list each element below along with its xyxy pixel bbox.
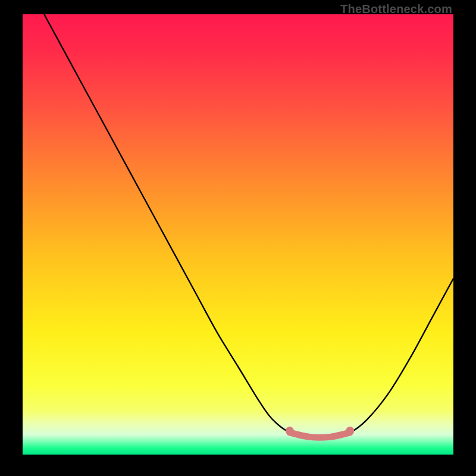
optimal-range-end-dot [346,427,354,435]
optimal-range-start-dot [286,427,294,435]
chart-curve-layer [23,14,453,455]
chart-frame: TheBottleneck.com [0,0,476,476]
watermark-text: TheBottleneck.com [340,2,452,16]
optimal-range-highlight [290,433,350,437]
plot-area [23,14,453,455]
bottleneck-curve [44,14,453,437]
